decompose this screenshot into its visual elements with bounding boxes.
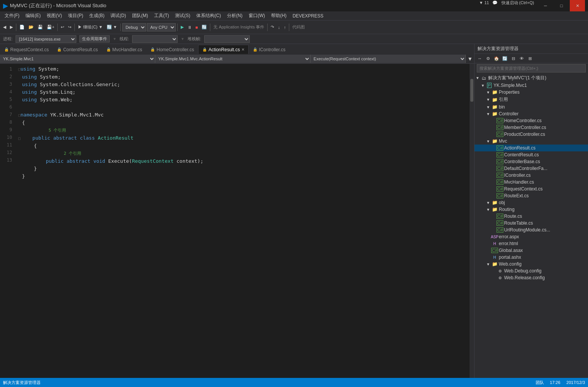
refresh-button[interactable]: 🔄 [200,22,208,32]
editor-tab-0[interactable]: 🔒RequestContext.cs [0,45,53,54]
pause-button[interactable]: ⏸ [186,22,193,32]
menu-item-w[interactable]: 窗口(W) [246,12,268,20]
tree-item[interactable]: C#IController.cs [474,172,588,179]
code-editor[interactable]: 12345678910111213 □using System;using Sy… [0,64,474,378]
minimize-button[interactable]: ─ [538,0,553,11]
tree-item[interactable]: ▼📁Controller [474,110,588,117]
debug-config-select[interactable]: Debug [122,23,146,31]
back-button[interactable]: ◀ [2,22,8,32]
menu-item-s[interactable]: 测试(S) [172,12,193,20]
tree-item[interactable]: ▼PYK.Simple.Mvc1 [474,82,588,89]
save-button[interactable]: 💾 [36,22,44,32]
se-search-input[interactable] [477,64,586,72]
editor-scrollbar[interactable] [470,64,474,378]
tab-lock-icon-1: 🔒 [57,47,61,52]
open-file-button[interactable]: 📂 [27,22,35,32]
tree-item[interactable]: ⚙Web.Release.config [474,274,588,281]
editor-tab-2[interactable]: 🔒MvcHandler.cs [102,45,147,54]
tree-item[interactable]: C#Global.asax [474,247,588,254]
menu-item-h[interactable]: 帮助(H) [268,12,290,20]
editor-tab-1[interactable]: 🔒ContentResult.cs [53,45,102,54]
stop-button[interactable]: ■ [194,22,200,32]
menu-item-p[interactable]: 项目(P) [65,12,86,20]
tree-item[interactable]: C#ContentResult.cs [474,151,588,158]
menu-item-d[interactable]: 调试(D) [107,12,129,20]
namespace-dropdown[interactable]: YK.Simple.Mvc1 [0,55,155,63]
method-dropdown[interactable]: Execute(RequestContext context) [311,55,466,63]
tree-item[interactable]: ▼📁Routing [474,206,588,213]
tree-item-label: Web.Debug.config [504,268,542,274]
menu-item-devexpress[interactable]: DEVEXPRESS [290,13,326,19]
step-into[interactable]: ↓ [276,22,282,32]
step-over[interactable]: ↷ [269,22,276,32]
tree-item[interactable]: ▼📁引用 [474,96,588,104]
editor-tab-5[interactable]: 🔒IController.cs [249,45,290,54]
code-content[interactable]: □using System;using System;using System.… [15,64,474,378]
se-refresh-btn[interactable]: 🔄 [501,55,509,62]
tree-item[interactable]: C#Route.cs [474,213,588,220]
tree-item[interactable]: Herror.html [474,240,588,247]
menu-item-f[interactable]: 文件(F) [2,12,22,20]
editor-tab-4[interactable]: 🔒ActionResult.cs ✕ [198,45,249,54]
se-collapseall-btn[interactable]: ⊟ [509,55,517,62]
step-out[interactable]: ↑ [282,22,288,32]
stack-select[interactable] [204,35,250,43]
tree-item[interactable]: Hportal.ashx [474,254,588,261]
tree-item[interactable]: ▼📁Web.config [474,261,588,267]
tree-file-icon: 🗂 [481,76,487,81]
menu-item-n[interactable]: 分析(N) [224,12,246,20]
tab-close-4[interactable]: ✕ [241,47,244,52]
menu-item-m[interactable]: 团队(M) [129,12,151,20]
tree-item[interactable]: C#HomeController.cs [474,117,588,124]
menu-item-b[interactable]: 生成(B) [86,12,107,20]
tree-item[interactable]: ▼📁Properties [474,89,588,96]
process-select[interactable]: [16412] iisexpress.exe [16,35,76,43]
restart-button[interactable]: 🔄 ▼ [105,22,119,32]
se-filter-btn[interactable]: ⊞ [526,55,534,62]
continue-button[interactable]: ▶ 继续(C) ▼ [76,22,104,32]
tree-item[interactable]: C#RouteTable.cs [474,220,588,227]
thread-select[interactable] [132,35,178,43]
tree-item[interactable]: ▼📁bin [474,104,588,110]
tree-item[interactable]: C#MvcHandler.cs [474,179,588,186]
tree-item[interactable]: C#ControllerBase.cs [474,158,588,165]
tree-item[interactable]: C#ActionResult.cs [474,145,588,151]
tree-item[interactable]: C#DefaultControllerFa... [474,165,588,172]
tree-file-icon: C# [497,118,503,123]
tree-item[interactable]: ▼📁obj [474,199,588,206]
tree-item[interactable]: ASPerror.aspx [474,233,588,240]
close-button[interactable]: ✕ [570,0,585,11]
code-line-10: { [18,142,471,150]
tree-item[interactable]: C#RouteExt.cs [474,192,588,199]
new-file-button[interactable]: 📄 [18,22,26,32]
tree-item[interactable]: ▼📁Mvc [474,138,588,145]
se-props-btn[interactable]: ⚙ [484,55,492,62]
save-all-button[interactable]: 💾+ [45,22,56,32]
maximize-button[interactable]: □ [554,0,569,11]
redo-button[interactable]: ↪ [66,22,73,32]
editor-tab-3[interactable]: 🔒HomeController.cs [146,45,198,54]
class-dropdown[interactable]: YK.Simple.Mvc1.Mvc.ActionResult [155,55,311,63]
scrollbar-thumb[interactable] [470,79,473,102]
tree-item[interactable]: C#ProductController.cs [474,131,588,138]
forward-button[interactable]: ▶ [8,22,14,32]
tree-item[interactable]: C#UrlRoutingModule.cs... [474,227,588,233]
menu-item-t[interactable]: 工具(T) [151,12,172,20]
undo-button[interactable]: ↩ [59,22,66,32]
se-sync-btn[interactable]: ↔ [476,55,484,62]
menu-item-c[interactable]: 体系结构(C) [193,12,224,20]
se-home-btn[interactable]: 🏠 [493,55,500,62]
tree-item[interactable]: ▼🗂解决方案"MyMVC"(1 个项目) [474,74,588,82]
menu-item-v[interactable]: 视图(V) [44,12,65,20]
tree-item[interactable]: C#MemberController.cs [474,124,588,131]
line-num-6: 6 [0,103,12,111]
tree-item[interactable]: C#RequestContext.cs [474,186,588,192]
lifecycle-button[interactable]: 生命周期事件 [79,35,110,42]
start-button[interactable]: ▶ [179,22,185,32]
se-view-btn[interactable]: 👁 [518,55,525,62]
tree-arrow-icon: ▼ [485,262,491,266]
cpu-config-select[interactable]: Any CPU [147,23,176,31]
menu-item-e[interactable]: 编辑(E) [22,12,44,20]
tree-item[interactable]: ⚙Web.Debug.config [474,267,588,274]
editor-header-btn[interactable]: ▼ [466,55,474,63]
